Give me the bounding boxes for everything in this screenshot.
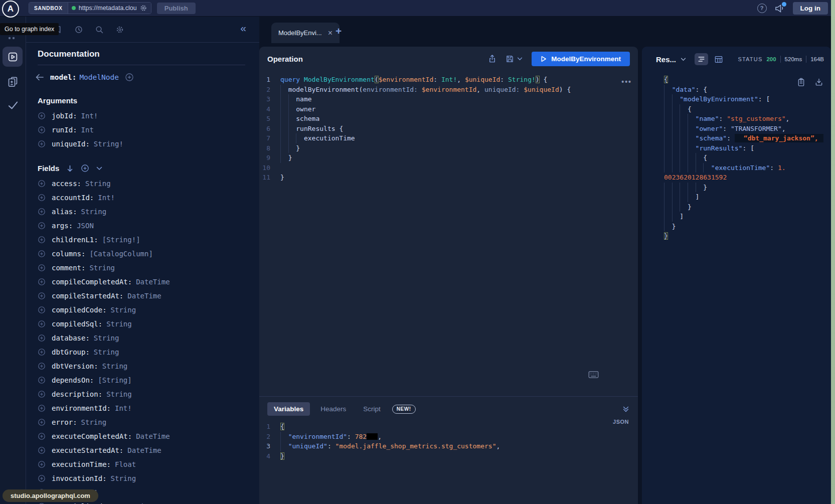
apollo-logo[interactable]: A [2,1,19,18]
list-item[interactable]: runId:Int [33,123,245,137]
list-item[interactable]: executeCompletedAt:DateTime [33,429,245,443]
add-to-query-icon[interactable] [38,292,46,300]
save-operation-control[interactable] [506,55,523,63]
help-icon[interactable]: ? [757,4,767,13]
field-type-link[interactable]: String [94,348,119,356]
add-to-query-icon[interactable] [38,446,46,454]
copy-response-icon[interactable] [797,78,805,87]
field-type-link[interactable]: String [102,362,128,370]
list-item[interactable]: dbtVersion:String [33,359,245,373]
publish-button[interactable]: Publish [157,3,196,14]
field-type-link[interactable]: [String!] [102,236,140,244]
list-item[interactable]: uniqueId:String! [33,137,245,151]
field-type-link[interactable]: DateTime [127,292,161,300]
add-to-query-icon[interactable] [38,376,46,384]
field-type-link[interactable]: [CatalogColumn] [89,250,152,258]
add-to-query-icon[interactable] [38,264,46,272]
list-item[interactable]: columns:[CatalogColumn] [33,247,245,261]
sort-fields-icon[interactable] [66,164,74,173]
list-item[interactable]: invocationId:String [33,471,245,485]
tab-headers[interactable]: Headers [314,402,353,416]
add-to-query-icon[interactable] [125,73,134,82]
add-to-query-icon[interactable] [38,404,46,412]
list-item[interactable]: description:String [33,387,245,401]
sidebar-item-explorer[interactable] [3,47,23,67]
add-to-query-icon[interactable] [38,194,46,202]
add-to-query-icon[interactable] [38,306,46,314]
field-type-link[interactable]: JSON [77,222,94,230]
field-type-link[interactable]: DateTime [136,278,170,286]
list-item[interactable]: environmentId:Int! [33,401,245,415]
list-item[interactable]: error:String [33,415,245,429]
operation-editor[interactable]: 1query ModelByEnvironment($environmentId… [259,75,638,396]
field-type-link[interactable]: String [89,264,115,272]
add-to-query-icon[interactable] [38,432,46,440]
doc-field-type-link[interactable]: ModelNode [79,73,119,81]
field-type-link[interactable]: String [85,180,111,188]
field-type-link[interactable]: String [81,208,107,216]
field-type-link[interactable]: String [111,306,136,314]
list-item[interactable]: accountId:Int! [33,191,245,205]
field-type-link[interactable]: Int! [115,404,132,412]
tab-script[interactable]: Script [357,402,387,416]
list-item[interactable]: args:JSON [33,219,245,233]
add-to-query-icon[interactable] [38,208,46,216]
back-arrow-icon[interactable] [35,73,44,81]
download-response-icon[interactable] [815,78,823,87]
add-all-fields-icon[interactable] [81,164,89,173]
share-operation-icon[interactable] [488,54,496,63]
field-type-link[interactable]: Int [81,126,94,134]
list-item[interactable]: executeStartedAt:DateTime [33,443,245,457]
list-item[interactable]: alias:String [33,205,245,219]
endpoint-settings-gear-icon[interactable] [139,4,147,12]
login-button[interactable]: Log in [793,2,828,15]
field-type-link[interactable]: String [111,474,136,482]
search-icon[interactable] [95,25,104,34]
collapse-panel-icon[interactable]: « [240,22,246,34]
add-tab-icon[interactable]: + [336,25,342,37]
endpoint-url-text[interactable]: https://metadata.cloud.get [79,5,136,12]
close-tab-icon[interactable]: × [328,29,332,37]
field-type-link[interactable]: DateTime [136,432,170,440]
add-to-query-icon[interactable] [38,236,46,244]
tab-model-by-environment[interactable]: ModelByEnvi... × [271,23,340,43]
add-to-query-icon[interactable] [38,460,46,468]
sidebar-item-checks[interactable] [7,100,20,111]
list-item[interactable]: access:String [33,177,245,191]
add-to-query-icon[interactable] [38,126,46,134]
add-to-query-icon[interactable] [38,250,46,258]
announcements-megaphone-icon[interactable] [775,4,785,13]
field-type-link[interactable]: String [106,320,132,328]
add-to-query-icon[interactable] [38,278,46,286]
list-item[interactable]: childrenL1:[String!] [33,233,245,247]
keyboard-shortcuts-icon[interactable] [588,371,599,378]
list-item[interactable]: dependsOn:[String] [33,373,245,387]
save-chevron-down-icon[interactable] [517,57,523,61]
add-to-query-icon[interactable] [38,418,46,426]
list-item[interactable]: compiledCode:String [33,303,245,317]
list-item[interactable]: comment:String [33,261,245,275]
list-item[interactable]: compiledSql:String [33,317,245,331]
run-operation-button[interactable]: ModelByEnvironment [532,52,630,66]
field-type-link[interactable]: String [94,334,119,342]
list-item[interactable]: database:String [33,331,245,345]
add-to-query-icon[interactable] [38,222,46,230]
response-tree-view-icon[interactable] [695,53,708,65]
field-type-link[interactable]: Int! [81,112,98,120]
add-to-query-icon[interactable] [38,140,46,148]
list-item[interactable]: dbtGroup:String [33,345,245,359]
response-title[interactable]: Res... [656,55,676,64]
add-to-query-icon[interactable] [38,180,46,188]
field-type-link[interactable]: Float [115,460,136,468]
chevron-down-icon[interactable] [96,166,102,171]
save-floppy-icon[interactable] [506,55,514,63]
response-table-view-icon[interactable] [713,54,725,65]
field-type-link[interactable]: Int! [98,194,115,202]
settings-gear-icon[interactable] [115,25,124,34]
list-item[interactable]: jobId:Int! [33,109,245,123]
field-type-link[interactable]: [String] [98,376,131,384]
response-viewer[interactable]: {"data": {"modelByEnvironment": [{"name"… [642,75,831,504]
sidebar-item-schema-changelog[interactable] [7,76,19,88]
tab-variables[interactable]: Variables [267,402,310,416]
editor-more-menu-icon[interactable]: ••• [621,78,632,86]
